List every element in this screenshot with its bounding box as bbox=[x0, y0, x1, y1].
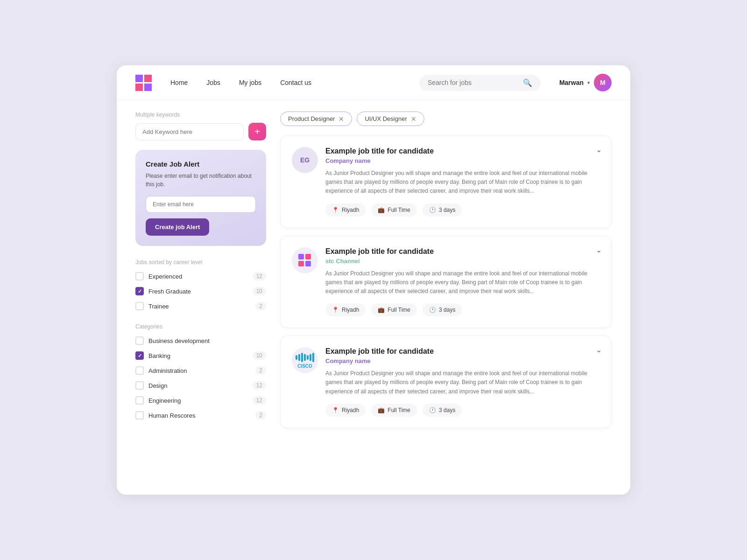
posted-pill: 🕐 3 days bbox=[423, 303, 462, 316]
category-filter-section: Categories Business development Banking … bbox=[135, 323, 266, 420]
clock-icon: 🕐 bbox=[429, 207, 436, 213]
category-filter-count: 2 bbox=[255, 366, 266, 375]
svg-rect-0 bbox=[296, 355, 297, 360]
expand-button[interactable]: ⌄ bbox=[596, 345, 602, 354]
main-layout: Multiple keywords + Create Job Alert Ple… bbox=[117, 100, 630, 447]
job-meta: 📍 Riyadh 💼 Full Time 🕐 3 days bbox=[325, 203, 600, 217]
category-filter-item: Business development bbox=[135, 336, 266, 345]
category-filter-label: Administration bbox=[148, 367, 251, 374]
job-description: As Junior Product Designer you will shap… bbox=[325, 269, 600, 296]
career-filters: Experienced 12 Fresh Graduate 10 Trainee… bbox=[135, 272, 266, 310]
content-area: Product Designer ✕ UI/UX Designer ✕ ⌄ EG… bbox=[280, 112, 612, 436]
location-label: Riyadh bbox=[342, 307, 359, 313]
category-checkbox[interactable] bbox=[135, 366, 144, 375]
job-info: Example job title for candidate stc Chan… bbox=[325, 247, 600, 317]
category-checkbox[interactable] bbox=[135, 396, 144, 405]
category-filter-label: Design bbox=[148, 382, 248, 389]
job-card-header: EG Example job title for candidate Compa… bbox=[292, 147, 600, 217]
job-card-header: Example job title for candidate stc Chan… bbox=[292, 247, 600, 317]
job-company: stc Channel bbox=[325, 258, 600, 265]
nav-home[interactable]: Home bbox=[170, 79, 188, 86]
expand-button[interactable]: ⌄ bbox=[596, 145, 602, 154]
career-checkbox[interactable] bbox=[135, 287, 144, 295]
add-keyword-button[interactable]: + bbox=[248, 123, 266, 140]
category-checkbox[interactable] bbox=[135, 381, 144, 390]
job-type-icon: 💼 bbox=[378, 207, 385, 213]
expand-button[interactable]: ⌄ bbox=[596, 245, 602, 254]
logo-square-4 bbox=[144, 84, 152, 91]
job-card: ⌄ Example job title for candidate stc Ch… bbox=[280, 236, 612, 329]
location-pill: 📍 Riyadh bbox=[325, 404, 366, 417]
create-alert-button[interactable]: Create job Alert bbox=[146, 218, 209, 236]
search-input[interactable] bbox=[428, 79, 518, 86]
category-checkbox[interactable] bbox=[135, 351, 144, 360]
svg-rect-4 bbox=[307, 355, 309, 360]
career-filter-item: Experienced 12 bbox=[135, 272, 266, 280]
job-company: Company name bbox=[325, 357, 600, 364]
logo-square-1 bbox=[135, 75, 143, 82]
posted-label: 3 days bbox=[439, 407, 455, 413]
job-alert-card: Create Job Alert Please enter email to g… bbox=[135, 150, 266, 246]
nav-my-jobs[interactable]: My jobs bbox=[239, 79, 261, 86]
logo-square-3 bbox=[135, 84, 143, 91]
category-filter-item: Administration 2 bbox=[135, 366, 266, 375]
alert-email-input[interactable] bbox=[146, 196, 256, 213]
career-checkbox[interactable] bbox=[135, 272, 144, 280]
svg-rect-3 bbox=[304, 354, 306, 361]
category-checkbox[interactable] bbox=[135, 411, 144, 420]
job-type-label: Full Time bbox=[388, 407, 410, 413]
career-checkbox[interactable] bbox=[135, 302, 144, 310]
job-type-pill: 💼 Full Time bbox=[371, 303, 417, 316]
category-filter-label: Business development bbox=[148, 337, 266, 344]
search-icon-button[interactable]: 🔍 bbox=[523, 78, 532, 87]
category-filters: Business development Banking 10 Administ… bbox=[135, 336, 266, 420]
job-logo: CISCO bbox=[292, 347, 318, 373]
search-bar: 🔍 bbox=[419, 75, 541, 91]
category-filter-item: Design 12 bbox=[135, 381, 266, 390]
svg-rect-1 bbox=[298, 354, 300, 361]
keyword-input[interactable] bbox=[135, 123, 244, 140]
keyword-section: Multiple keywords + bbox=[135, 112, 266, 140]
app-container: Home Jobs My jobs Contact us 🔍 Marwan ▾ … bbox=[117, 65, 630, 495]
tag-remove-button[interactable]: ✕ bbox=[338, 116, 344, 122]
job-logo bbox=[292, 247, 318, 273]
job-info: Example job title for candidate Company … bbox=[325, 347, 600, 417]
nav-contact-us[interactable]: Contact us bbox=[280, 79, 311, 86]
category-filter-label: Engineering bbox=[148, 397, 248, 404]
location-icon: 📍 bbox=[332, 307, 339, 313]
logo-square-2 bbox=[144, 75, 152, 82]
nav-links: Home Jobs My jobs Contact us bbox=[170, 79, 401, 86]
nav-jobs[interactable]: Jobs bbox=[206, 79, 220, 86]
chevron-down-icon[interactable]: ▾ bbox=[587, 80, 590, 86]
tag-chip: UI/UX Designer ✕ bbox=[357, 112, 424, 126]
keyword-label: Multiple keywords bbox=[135, 112, 266, 118]
category-checkbox[interactable] bbox=[135, 336, 144, 345]
job-meta: 📍 Riyadh 💼 Full Time 🕐 3 days bbox=[325, 404, 600, 417]
logo[interactable] bbox=[135, 75, 152, 91]
category-filter-label: Human Rescores bbox=[148, 412, 251, 419]
job-info: Example job title for candidate Company … bbox=[325, 147, 600, 217]
career-section-label: Jobs sorted by career level bbox=[135, 259, 266, 266]
location-icon: 📍 bbox=[332, 407, 339, 413]
career-filter-label: Experienced bbox=[148, 273, 248, 280]
job-type-label: Full Time bbox=[388, 207, 410, 213]
job-card-header: CISCO Example job title for candidate Co… bbox=[292, 347, 600, 417]
category-filter-count: 12 bbox=[253, 381, 266, 390]
category-filter-count: 10 bbox=[253, 351, 266, 360]
tag-label: UI/UX Designer bbox=[365, 115, 407, 122]
job-type-pill: 💼 Full Time bbox=[371, 404, 417, 417]
job-description: As Junior Product Designer you will shap… bbox=[325, 169, 600, 196]
tag-chip: Product Designer ✕ bbox=[280, 112, 352, 126]
tag-remove-button[interactable]: ✕ bbox=[411, 116, 416, 122]
posted-label: 3 days bbox=[439, 207, 455, 213]
tags-row: Product Designer ✕ UI/UX Designer ✕ bbox=[280, 112, 612, 126]
category-filter-item: Human Rescores 2 bbox=[135, 411, 266, 420]
clock-icon: 🕐 bbox=[429, 407, 436, 413]
category-filter-label: Banking bbox=[148, 352, 248, 359]
job-title: Example job title for candidate bbox=[325, 247, 600, 256]
svg-rect-2 bbox=[301, 353, 303, 362]
career-filter-label: Fresh Graduate bbox=[148, 288, 248, 295]
svg-rect-6 bbox=[312, 353, 314, 362]
career-filter-count: 2 bbox=[255, 302, 266, 310]
avatar[interactable]: M bbox=[594, 74, 612, 91]
